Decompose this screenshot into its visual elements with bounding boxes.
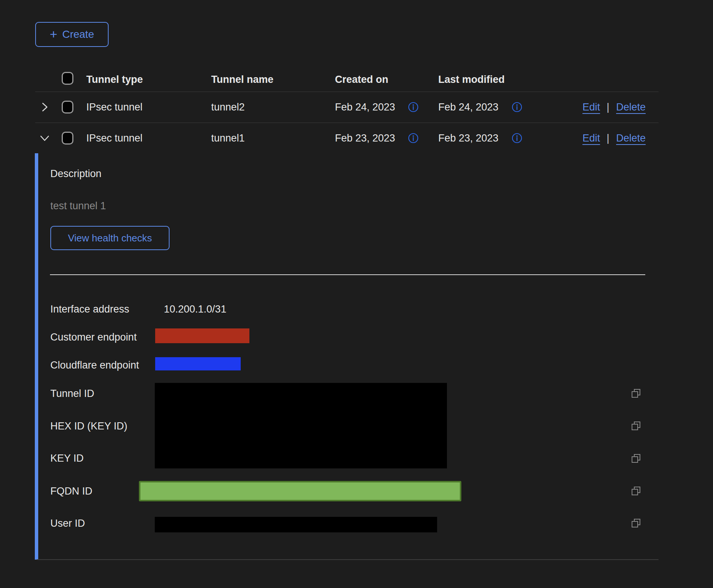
last-modified-cell: Feb 23, 2023	[438, 132, 498, 145]
description-value: test tunnel 1	[50, 199, 106, 212]
col-header-last-modified: Last modified	[438, 73, 505, 86]
fqdn-id-redacted-value	[139, 481, 461, 501]
tunnel-details-panel: Description test tunnel 1 View health ch…	[0, 153, 713, 560]
tunnel-id-label: Tunnel ID	[50, 387, 94, 400]
copy-icon[interactable]	[630, 420, 642, 431]
copy-icon[interactable]	[630, 485, 642, 496]
edit-link[interactable]: Edit	[582, 132, 600, 145]
info-icon[interactable]	[512, 102, 522, 112]
table-row-tunnel2: IPsec tunnel tunnel2 Feb 24, 2023 Feb 24…	[35, 92, 659, 123]
copy-icon[interactable]	[630, 517, 642, 529]
section-divider	[50, 274, 645, 275]
info-icon[interactable]	[408, 133, 419, 143]
tunnel-type-cell: IPsec tunnel	[86, 101, 143, 114]
col-header-tunnel-type: Tunnel type	[86, 73, 143, 86]
hex-id-label: HEX ID (KEY ID)	[50, 420, 128, 432]
table-bottom-divider	[37, 559, 659, 560]
ids-redacted-value-block	[155, 383, 447, 468]
tunnels-page: + Create Tunnel type Tunnel name Created…	[0, 0, 713, 588]
plus-icon: +	[50, 28, 58, 40]
delete-link[interactable]: Delete	[616, 132, 646, 145]
create-button-label: Create	[62, 28, 94, 40]
customer-endpoint-redacted-value	[155, 328, 249, 343]
info-icon[interactable]	[512, 133, 522, 143]
delete-link[interactable]: Delete	[616, 101, 646, 114]
action-separator: |	[607, 132, 609, 145]
created-on-cell: Feb 23, 2023	[335, 132, 395, 145]
created-on-cell: Feb 24, 2023	[335, 101, 395, 114]
key-id-label: KEY ID	[50, 452, 84, 465]
action-separator: |	[607, 101, 609, 114]
customer-endpoint-label: Customer endpoint	[50, 331, 137, 344]
view-health-checks-button[interactable]: View health checks	[50, 226, 170, 250]
col-header-tunnel-name: Tunnel name	[211, 73, 274, 86]
col-header-created-on: Created on	[335, 73, 388, 86]
row-checkbox[interactable]	[62, 101, 73, 114]
edit-link[interactable]: Edit	[582, 101, 600, 114]
tunnel-type-cell: IPsec tunnel	[86, 132, 143, 145]
user-id-label: User ID	[50, 517, 85, 530]
tunnel-name-cell: tunnel2	[211, 101, 245, 114]
cloudflare-endpoint-redacted-value	[155, 357, 241, 370]
interface-address-value: 10.200.1.0/31	[164, 303, 226, 316]
description-label: Description	[50, 167, 101, 180]
table-row-tunnel1: IPsec tunnel tunnel1 Feb 23, 2023 Feb 23…	[35, 123, 659, 154]
row-checkbox[interactable]	[62, 132, 73, 145]
info-icon[interactable]	[408, 102, 419, 112]
last-modified-cell: Feb 24, 2023	[438, 101, 498, 114]
cloudflare-endpoint-label: Cloudflare endpoint	[50, 359, 139, 372]
select-all-checkbox[interactable]	[62, 72, 73, 85]
copy-icon[interactable]	[630, 387, 642, 399]
fqdn-id-label: FQDN ID	[50, 485, 92, 498]
user-id-redacted-value	[155, 517, 437, 532]
create-button[interactable]: + Create	[35, 22, 109, 47]
tunnel-name-cell: tunnel1	[211, 132, 245, 145]
chevron-right-icon[interactable]	[39, 101, 51, 113]
copy-icon[interactable]	[630, 453, 642, 464]
interface-address-label: Interface address	[50, 303, 129, 316]
chevron-down-icon[interactable]	[39, 132, 51, 144]
